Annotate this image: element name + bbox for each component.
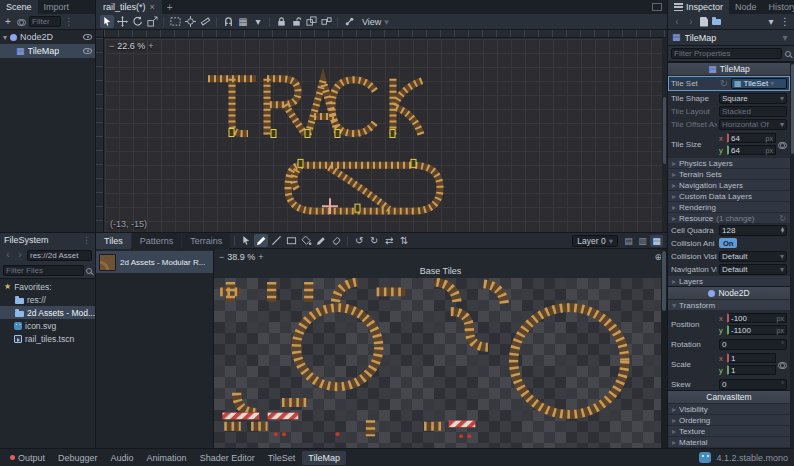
visibility-eye-icon[interactable] [83,48,92,54]
prop-tile-offset-axis[interactable]: Tile Offset Axis Horizontal Of ▾ [668,117,790,130]
scene-filter-input[interactable] [29,16,61,27]
tile-size-x-field[interactable]: 64 px [727,133,776,143]
history-forward-button[interactable]: › [686,17,696,27]
tile-shape-dropdown[interactable]: Square ▾ [719,93,787,104]
inspector-menu-button[interactable]: ⋮ [780,17,790,27]
link-values-icon[interactable] [778,362,787,367]
prop-skew[interactable]: Skew 0 ° [668,377,790,390]
position-x-field[interactable]: -100 px [727,313,787,323]
tab-history[interactable]: History [763,0,794,14]
object-options-chevron[interactable]: ▾ [780,33,790,43]
tile-paint-tool-button[interactable] [254,234,268,247]
tile-line-tool-button[interactable] [269,234,283,247]
move-tool-button[interactable] [115,15,129,28]
view-menu[interactable]: View ▾ [357,17,394,27]
skeleton-options-button[interactable] [342,15,356,28]
group-physics-layers[interactable]: ▸ Physics Layers [668,157,790,168]
fs-favorites-header[interactable]: ★ Favorites: [0,280,95,293]
group-rendering[interactable]: ▸ Rendering [668,201,790,212]
revert-all-icon[interactable]: ↻ [779,214,786,223]
tree-node-node2d[interactable]: ▾ Node2D [0,30,95,44]
rect-select-tool-button[interactable] [168,15,182,28]
instance-scene-button[interactable] [16,19,26,24]
tile-flip-h-button[interactable]: ⇄ [382,234,396,247]
link-values-icon[interactable] [778,142,787,147]
scene-tab-rail-tiles[interactable]: rail_tiles(*) × [96,0,162,14]
atlas-zoom-in-button[interactable]: + [258,252,263,262]
new-resource-icon[interactable] [700,17,708,27]
close-tab-icon[interactable]: × [150,2,155,12]
prop-collision-animatable[interactable]: Collision Ani On [668,236,790,249]
group-texture[interactable]: ▸ Texture [668,425,790,436]
new-scene-tab-button[interactable]: + [162,0,178,14]
layer-select-dropdown[interactable]: Layer 0 ▾ [572,235,618,247]
unlock-object-button[interactable] [289,15,303,28]
tile-source-item[interactable]: 2d Assets - Modular R... [96,251,213,273]
pivot-tool-button[interactable] [183,15,197,28]
bottom-panel-output[interactable]: Output [4,451,51,465]
zoom-out-button[interactable]: − [109,41,114,51]
snap-options-chevron[interactable]: ▾ [251,15,265,28]
distraction-free-icon[interactable] [652,3,662,11]
history-back-button[interactable]: ‹ [672,17,682,27]
group-resource[interactable]: ▸ Resource (1 change) ↻ [668,212,790,223]
fs-item-res-root[interactable]: res:// [0,293,95,306]
prop-navigation-visibility[interactable]: Navigation Visi Default ▾ [668,262,790,275]
scale-x-field[interactable]: 1 [727,353,776,363]
expand-arrow-icon[interactable]: ▾ [3,33,7,42]
grid-snap-button[interactable]: ▦ [236,15,250,28]
tile-flip-v-button[interactable]: ⇅ [397,234,411,247]
filter-properties-input[interactable] [671,48,782,59]
tile-eraser-tool-button[interactable] [329,234,343,247]
scrollbar-thumb[interactable] [663,97,666,165]
ruler-tool-button[interactable] [198,15,212,28]
2d-viewport[interactable]: − 22.6 % + (-13, -15) [96,30,667,232]
atlas-grid-toggle[interactable]: ▦ [650,235,663,247]
fs-item-rail-tiles-tscn[interactable]: rail_tiles.tscn [0,332,95,345]
group-layers[interactable]: ▸ Layers [668,275,790,286]
tree-node-tilemap[interactable]: ▦ TileMap [0,44,95,58]
filesystem-menu-icon[interactable]: ⋮ [82,235,91,245]
skew-spinbox[interactable]: 0 ° [719,379,787,390]
spin-down-icon[interactable]: ▾ [781,230,784,233]
prop-tile-set[interactable]: Tile Set ↻ ▦ TileSet ▾ [668,75,790,91]
section-header-node2d[interactable]: Node2D [668,286,790,299]
tile-select-tool-button[interactable] [239,234,253,247]
atlas-zoom-level[interactable]: 38.9 % [227,252,255,262]
select-tool-button[interactable] [100,15,114,28]
tileset-resource-dropdown[interactable]: ▦ TileSet ▾ [731,78,787,89]
tab-tiles[interactable]: Tiles [96,233,131,249]
load-resource-icon[interactable] [712,19,721,25]
cell-quadrant-spinbox[interactable]: 128 ▴▾ [719,225,787,236]
inspector-scrollbar[interactable] [790,62,794,448]
tab-node[interactable]: Node [729,0,763,14]
bottom-panel-tilemap[interactable]: TileMap [302,451,346,465]
rotation-spinbox[interactable]: 0 ° [719,339,787,350]
prop-tile-size[interactable]: Tile Size x 64 px y [668,130,790,157]
tile-bucket-tool-button[interactable] [299,234,313,247]
fs-filter-input[interactable] [3,265,84,276]
revert-property-icon[interactable]: ↻ [719,79,729,89]
group-material[interactable]: ▸ Material [668,436,790,447]
tile-rotate-right-button[interactable]: ↻ [367,234,381,247]
visibility-eye-icon[interactable] [83,34,92,40]
tile-atlas[interactable] [214,278,667,448]
fs-forward-button[interactable]: › [15,250,25,260]
prop-cell-quadrant-size[interactable]: Cell Quadra 128 ▴▾ [668,223,790,236]
bottom-panel-debugger[interactable]: Debugger [52,451,104,465]
bottom-panel-tileset[interactable]: TileSet [262,451,302,465]
group-navigation-layers[interactable]: ▸ Navigation Layers [668,179,790,190]
tile-rotate-left-button[interactable]: ↺ [352,234,366,247]
smart-snap-magnet-button[interactable] [221,15,235,28]
prop-rotation[interactable]: Rotation 0 ° [668,337,790,350]
scale-y-field[interactable]: 1 [727,365,776,375]
section-header-canvasitem[interactable]: CanvasItem [668,390,790,403]
scrollbar-thumb[interactable] [791,64,794,154]
group-visibility[interactable]: ▸ Visibility [668,403,790,414]
scene-menu-button[interactable]: ⋮ [64,17,74,27]
scale-tool-button[interactable] [145,15,159,28]
resource-options-chevron[interactable]: ▾ [766,17,776,27]
grid-view-toggle[interactable]: ▥ [636,235,649,247]
fs-path-breadcrumb[interactable]: res://2d Asset [27,250,92,261]
prop-tile-shape[interactable]: Tile Shape Square ▾ [668,91,790,104]
